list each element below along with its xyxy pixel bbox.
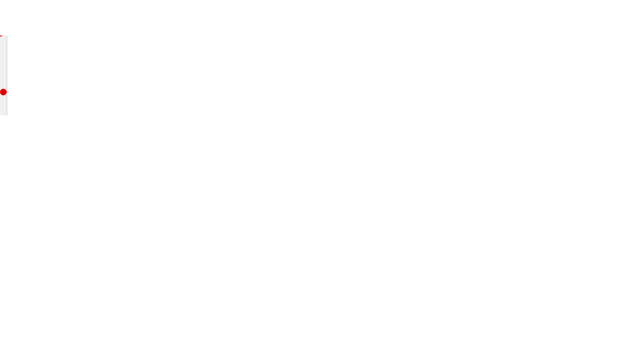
- code-editor[interactable]: [0, 35, 644, 115]
- fold-gutter: [0, 35, 7, 115]
- jks-arrow: [0, 35, 644, 160]
